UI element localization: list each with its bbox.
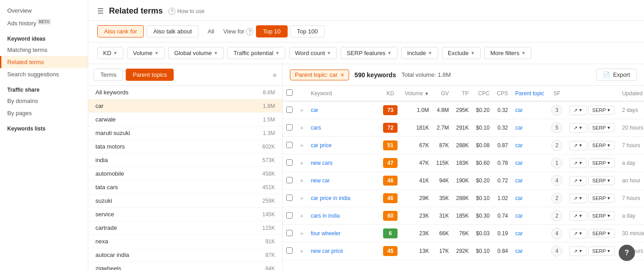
serp-button[interactable]: SERP ▼ [588,194,615,203]
keyword-list-item[interactable]: india573K [88,154,282,167]
filter-more[interactable]: More filters ▼ [484,47,531,59]
filter-include[interactable]: Include ▼ [401,47,438,59]
trend-button[interactable]: ↗ ▼ [569,141,587,150]
add-keyword-button[interactable]: + [300,124,303,131]
filter-traffic-potential[interactable]: Traffic potential ▼ [227,47,285,59]
row-checkbox[interactable] [286,195,293,201]
trend-button[interactable]: ↗ ▼ [569,176,587,186]
trend-button[interactable]: ↗ ▼ [569,247,587,256]
serp-button[interactable]: SERP ▼ [588,229,615,238]
row-checkbox[interactable] [286,212,293,219]
trend-button[interactable]: ↗ ▼ [569,229,587,238]
trend-button[interactable]: ↗ ▼ [569,211,587,221]
serp-button[interactable]: SERP ▼ [588,158,615,168]
filter-global-volume[interactable]: Global volume ▼ [168,47,224,59]
add-keyword-button[interactable]: + [300,230,303,237]
parent-topic-link[interactable]: car [515,107,523,113]
keyword-list-item[interactable]: suzuki259K [88,194,282,208]
add-keyword-button[interactable]: + [300,177,303,184]
sidebar-item-by-pages[interactable]: By pages [0,107,88,119]
topic-tag[interactable]: Parent topic: car × [290,70,349,80]
col-header-volume[interactable]: Volume ▼ [401,86,432,101]
serp-button[interactable]: SERP ▼ [588,247,615,256]
keyword-list-item[interactable]: automobile458K [88,167,282,181]
keyword-list-item[interactable]: All keywords8.6M [88,86,282,99]
keyword-list-item[interactable]: service145K [88,208,282,221]
parent-topic-link[interactable]: car [515,177,523,184]
menu-icon[interactable]: ☰ [97,7,104,15]
parent-topic-link[interactable]: car [515,195,523,201]
keyword-link[interactable]: cars [311,125,321,131]
keyword-list-item[interactable]: cartrade115K [88,221,282,235]
serp-button[interactable]: SERP ▼ [588,211,615,220]
tab-top-10[interactable]: Top 10 [256,25,287,37]
keyword-list-item[interactable]: tata cars451K [88,181,282,194]
trend-button[interactable]: ↗ ▼ [569,158,587,168]
keyword-list-item[interactable]: car1.8M [88,99,282,113]
tab-parent-topics[interactable]: Parent topics [126,69,174,81]
row-checkbox[interactable] [286,177,293,183]
keyword-link[interactable]: car price [311,142,331,149]
keyword-link[interactable]: car [311,107,318,113]
row-checkbox[interactable] [286,124,293,130]
filter-exclude[interactable]: Exclude ▼ [442,47,481,59]
add-keyword-button[interactable]: + [300,212,303,219]
tab-also-rank-for[interactable]: Also rank for [97,25,144,37]
add-keyword-button[interactable]: + [300,247,303,255]
serp-button[interactable]: SERP ▼ [588,176,615,185]
filter-volume[interactable]: Volume ▼ [127,47,165,59]
sidebar-item-search-suggestions[interactable]: Search suggestions [0,68,88,80]
trend-button[interactable]: ↗ ▼ [569,106,587,115]
keyword-list-item[interactable]: carwale1.5M [88,113,282,126]
row-checkbox[interactable] [286,159,293,166]
trend-button[interactable]: ↗ ▼ [569,194,587,203]
row-checkbox[interactable] [286,230,293,236]
add-keyword-button[interactable]: + [300,107,303,114]
serp-button[interactable]: SERP ▼ [588,141,615,150]
tab-top-100[interactable]: Top 100 [290,25,325,37]
tab-also-talk-about[interactable]: Also talk about [147,25,199,37]
topic-tag-close-icon[interactable]: × [341,71,344,79]
keyword-link[interactable]: new car price [311,248,343,254]
parent-topic-link[interactable]: car [515,142,523,149]
sidebar-item-by-domains[interactable]: By domains [0,95,88,107]
row-checkbox[interactable] [286,142,293,148]
keyword-link[interactable]: new car [311,177,330,184]
collapse-panel-button[interactable]: « [273,71,277,79]
sidebar-item-overview[interactable]: Overview [0,5,88,17]
how-to-use-link[interactable]: ? How to use [168,8,204,15]
sidebar-item-ads-history[interactable]: Ads historyBETA [0,17,88,29]
add-keyword-button[interactable]: + [300,159,303,167]
keyword-list-item[interactable]: nexa91K [88,235,282,248]
keyword-link[interactable]: four wheeler [311,230,341,237]
row-checkbox[interactable] [286,107,293,113]
filter-kd[interactable]: KD ▼ [97,47,123,59]
export-button[interactable]: 📄 Export [596,69,637,81]
add-keyword-button[interactable]: + [300,142,303,149]
filter-word-count[interactable]: Word count ▼ [289,47,337,59]
tab-terms[interactable]: Terms [94,69,123,81]
sidebar-item-matching-terms[interactable]: Matching terms [0,44,88,56]
parent-topic-link[interactable]: car [515,230,523,237]
keyword-list-item[interactable]: autocar india87K [88,248,282,262]
keyword-list-item[interactable]: maruti suzuki1.3M [88,126,282,140]
col-header-kd[interactable]: KD [379,86,401,101]
serp-button[interactable]: SERP ▼ [588,123,615,132]
keyword-link[interactable]: car price in india [311,195,350,201]
keyword-list-item[interactable]: zigwheels84K [88,262,282,270]
parent-topic-link[interactable]: car [515,248,523,254]
filter-serp-features[interactable]: SERP features ▼ [341,47,398,59]
parent-topic-link[interactable]: car [515,213,523,219]
keyword-list-item[interactable]: tata motors602K [88,140,282,154]
select-all-checkbox[interactable] [286,89,293,96]
keyword-link[interactable]: cars in india [311,213,340,219]
add-keyword-button[interactable]: + [300,195,303,202]
sidebar-item-related-terms[interactable]: Related terms [0,56,88,68]
trend-button[interactable]: ↗ ▼ [569,123,587,133]
parent-topic-link[interactable]: car [515,125,523,131]
tab-all[interactable]: All [201,26,220,37]
keyword-link[interactable]: new cars [311,160,332,166]
parent-topic-link[interactable]: car [515,160,523,166]
serp-button[interactable]: SERP ▼ [588,106,615,115]
help-fab-button[interactable]: ? [619,245,635,261]
